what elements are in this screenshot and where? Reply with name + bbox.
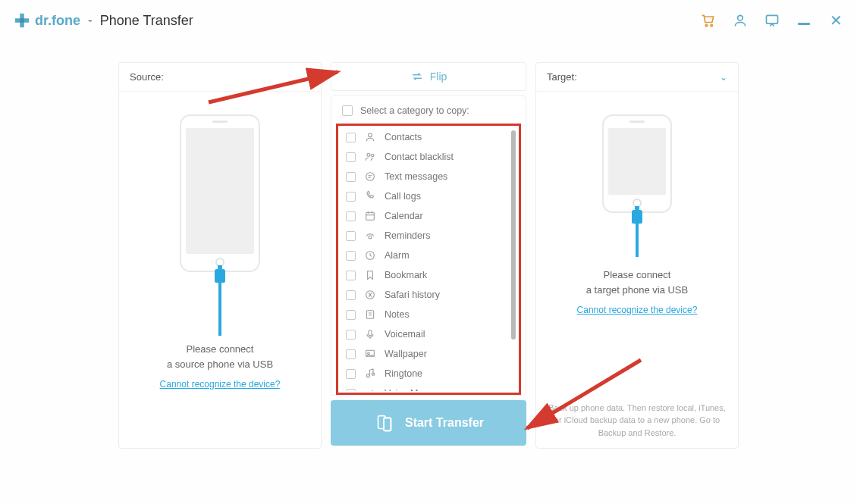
svg-point-19 — [366, 374, 369, 377]
feedback-icon[interactable] — [764, 13, 780, 28]
svg-rect-15 — [366, 311, 373, 319]
source-body: Please connect a source phone via USB Ca… — [119, 92, 321, 405]
flip-button[interactable]: Flip — [331, 62, 526, 91]
category-label: Contacts — [385, 132, 422, 142]
brand-text: dr.fone — [35, 13, 80, 29]
category-label: Reminders — [385, 230, 430, 241]
category-icon — [363, 151, 377, 163]
category-checkbox[interactable] — [346, 133, 356, 142]
source-header[interactable]: Source: ⌄ — [119, 63, 321, 92]
category-row[interactable]: Alarm — [338, 246, 519, 265]
close-button[interactable]: ✕ — [828, 13, 843, 28]
flip-label: Flip — [430, 70, 447, 83]
svg-rect-6 — [767, 15, 778, 23]
target-help-link[interactable]: Cannot recognize the device? — [577, 305, 698, 315]
source-message: Please connect a source phone via USB — [119, 342, 321, 371]
target-header[interactable]: Target: ⌄ — [536, 63, 738, 92]
category-label: Wallpaper — [385, 349, 427, 359]
category-label: Notes — [385, 309, 410, 320]
usb-cable-icon — [536, 210, 738, 257]
category-row[interactable]: Call logs — [338, 186, 519, 206]
target-body: Please connect a target phone via USB Ca… — [536, 92, 738, 331]
category-row[interactable]: Text messages — [338, 167, 519, 186]
category-checkbox[interactable] — [346, 389, 356, 392]
category-icon — [363, 171, 377, 183]
cart-icon[interactable] — [701, 13, 716, 28]
category-checkbox[interactable] — [346, 192, 356, 202]
category-row[interactable]: Notes — [338, 305, 519, 324]
category-label: Contact blacklist — [385, 152, 454, 162]
category-checkbox[interactable] — [346, 369, 356, 379]
category-label: Voice Memos — [385, 388, 441, 391]
category-label: Calendar — [385, 211, 423, 221]
svg-rect-22 — [384, 418, 391, 430]
category-row[interactable]: Safari history — [338, 285, 519, 305]
flip-icon — [410, 70, 424, 83]
category-checkbox[interactable] — [346, 349, 356, 359]
category-checkbox[interactable] — [346, 152, 356, 162]
target-message: Please connect a target phone via USB — [536, 268, 738, 297]
category-icon — [363, 190, 377, 202]
category-icon — [363, 230, 377, 242]
category-icon — [363, 131, 377, 143]
category-row[interactable]: Ringtone — [338, 364, 519, 383]
target-label: Target: — [547, 71, 577, 83]
target-panel: Target: ⌄ Please connect a target phone … — [535, 62, 739, 449]
svg-point-5 — [738, 15, 743, 20]
main-stage: Source: ⌄ Please connect a source phone … — [0, 30, 857, 449]
phone-placeholder-icon — [602, 114, 672, 213]
page-title: Phone Transfer — [100, 13, 193, 29]
start-transfer-button[interactable]: Start Transfer — [331, 400, 526, 446]
svg-point-3 — [705, 24, 708, 26]
transfer-icon — [373, 412, 396, 434]
category-label: Alarm — [385, 250, 410, 261]
category-icon — [363, 348, 377, 360]
category-checkbox[interactable] — [346, 231, 356, 241]
target-footnote: Back up phone data. Then restore local, … — [536, 402, 738, 440]
chevron-down-icon: ⌄ — [303, 72, 310, 83]
svg-point-12 — [369, 236, 372, 239]
category-row[interactable]: Calendar — [338, 206, 519, 226]
category-row[interactable]: Wallpaper — [338, 344, 519, 364]
category-checkbox[interactable] — [346, 211, 356, 221]
category-label: Bookmark — [385, 270, 427, 280]
start-transfer-label: Start Transfer — [405, 416, 484, 430]
category-icon — [363, 387, 377, 391]
title-bar: dr.fone - Phone Transfer ✕ — [0, 0, 857, 30]
svg-point-4 — [711, 24, 713, 26]
category-row[interactable]: Reminders — [338, 226, 519, 246]
svg-point-20 — [372, 373, 374, 375]
svg-point-9 — [372, 154, 374, 156]
select-all-row[interactable]: Select a category to copy: — [331, 102, 526, 124]
category-list: ContactsContact blacklistText messagesCa… — [338, 127, 519, 391]
category-row[interactable]: Voicemail — [338, 324, 519, 344]
header-actions: ✕ — [701, 13, 843, 28]
title-separator: - — [88, 13, 93, 28]
source-help-link[interactable]: Cannot recognize the device? — [160, 379, 281, 390]
category-checkbox[interactable] — [346, 310, 356, 320]
select-all-checkbox[interactable] — [342, 105, 353, 116]
category-checkbox[interactable] — [346, 251, 356, 261]
center-column: Flip Select a category to copy: Contacts… — [331, 62, 526, 449]
category-row[interactable]: Bookmark — [338, 265, 519, 285]
phone-placeholder-icon — [180, 114, 260, 272]
account-icon[interactable] — [733, 13, 748, 28]
minimize-button[interactable] — [796, 13, 811, 28]
svg-point-7 — [369, 133, 372, 137]
scrollbar-thumb[interactable] — [511, 130, 516, 340]
category-label: Ringtone — [385, 368, 422, 379]
svg-point-8 — [367, 153, 370, 156]
source-label: Source: — [130, 71, 164, 83]
svg-rect-2 — [20, 18, 24, 23]
category-row[interactable]: Contacts — [338, 127, 519, 147]
category-checkbox[interactable] — [346, 172, 356, 182]
category-icon — [363, 249, 377, 261]
category-icon — [363, 328, 377, 340]
category-checkbox[interactable] — [346, 290, 356, 300]
category-checkbox[interactable] — [346, 271, 356, 280]
category-row[interactable]: Voice Memos — [338, 383, 519, 391]
highlight-box: ContactsContact blacklistText messagesCa… — [336, 124, 521, 395]
category-label: Voicemail — [385, 329, 425, 340]
category-row[interactable]: Contact blacklist — [338, 147, 519, 167]
category-checkbox[interactable] — [346, 330, 356, 340]
